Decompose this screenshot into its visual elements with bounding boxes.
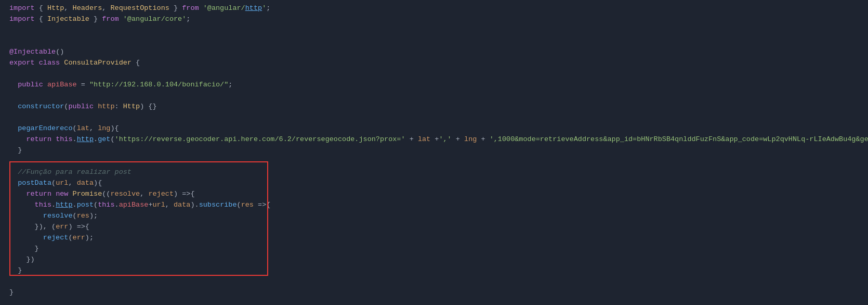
code-line-21: }), ( err ) =>{ xyxy=(0,222,868,233)
code-editor: import { Http , Headers , RequestOptions… xyxy=(0,0,868,305)
code-line-19: this . http . post ( this . apiBase + ur… xyxy=(0,200,868,211)
code-line-13: return this . http . get ( 'https://reve… xyxy=(0,134,868,145)
code-line-7 xyxy=(0,69,868,80)
token-from: from xyxy=(182,3,199,14)
code-line-22: reject ( err ); xyxy=(0,233,868,244)
code-line-26 xyxy=(0,276,868,287)
code-line-17: postData ( url , data ){ xyxy=(0,178,868,189)
code-line-27: } xyxy=(0,287,868,298)
code-line-10: constructor ( public http : Http ) {} xyxy=(0,101,868,112)
code-line-1: import { Http , Headers , RequestOptions… xyxy=(0,3,868,14)
code-line-6: export class ConsultaProvider { xyxy=(0,58,868,69)
code-line-4 xyxy=(0,36,868,47)
code-line-28 xyxy=(0,298,868,305)
code-line-15 xyxy=(0,156,868,167)
code-line-3 xyxy=(0,25,868,36)
code-line-20: resolve ( res ); xyxy=(0,211,868,222)
code-line-5: @Injectable () xyxy=(0,47,868,58)
code-line-25: } xyxy=(0,265,868,276)
code-line-24: }) xyxy=(0,255,868,265)
code-line-12: pegarEndereco ( lat , lng ){ xyxy=(0,123,868,134)
code-line-9 xyxy=(0,91,868,101)
code-line-18: return new Promise (( resolve , reject )… xyxy=(0,189,868,200)
code-line-2: import { Injectable } from '@angular/cor… xyxy=(0,14,868,25)
code-line-8: public apiBase = "http://192.168.0.104/b… xyxy=(0,80,868,91)
token-import: import xyxy=(9,3,35,14)
code-line-16: //Função para realizar post xyxy=(0,167,868,178)
code-line-11 xyxy=(0,112,868,123)
code-line-14: } xyxy=(0,145,868,156)
code-line-23: } xyxy=(0,244,868,255)
